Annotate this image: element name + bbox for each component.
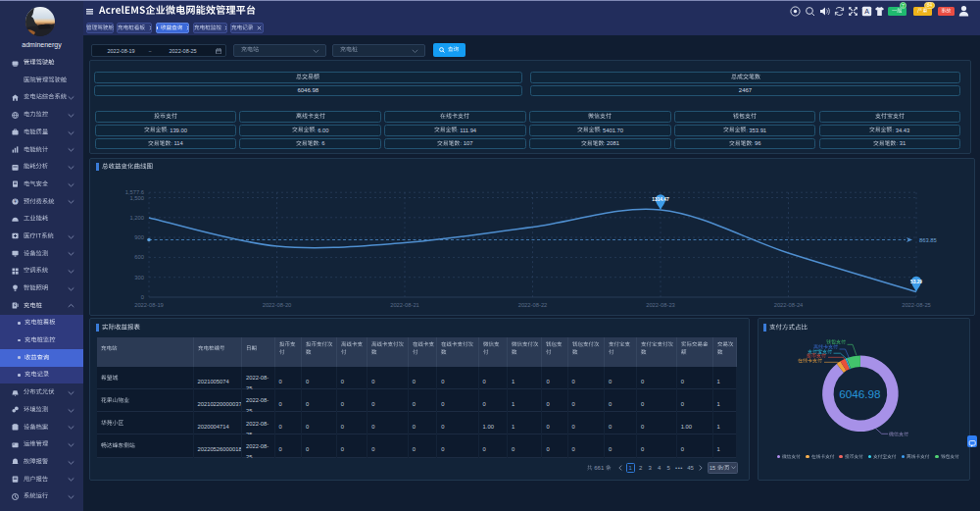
svg-text:2022-08-23: 2022-08-23 [646,302,675,308]
svg-text:2022-08-25: 2022-08-25 [902,302,931,308]
svg-text:1,200: 1,200 [129,215,144,221]
svg-text:2022-08-21: 2022-08-21 [390,302,419,308]
svg-text:2022-08-22: 2022-08-22 [518,302,548,308]
svg-text:0: 0 [141,294,144,300]
svg-text:900: 900 [134,234,144,240]
svg-text:53.29: 53.29 [910,280,922,284]
svg-text:600: 600 [134,254,144,260]
svg-text:2022-08-24: 2022-08-24 [774,302,804,308]
svg-text:2022-08-20: 2022-08-20 [263,302,292,308]
svg-text:1,577.6: 1,577.6 [125,189,144,195]
svg-text:300: 300 [134,275,144,281]
svg-text:1314.47: 1314.47 [652,197,669,202]
svg-text:2022-08-19: 2022-08-19 [134,302,164,308]
svg-text:863.85: 863.85 [919,237,937,243]
svg-text:A: A [864,8,869,15]
svg-text:1,500: 1,500 [129,195,144,201]
